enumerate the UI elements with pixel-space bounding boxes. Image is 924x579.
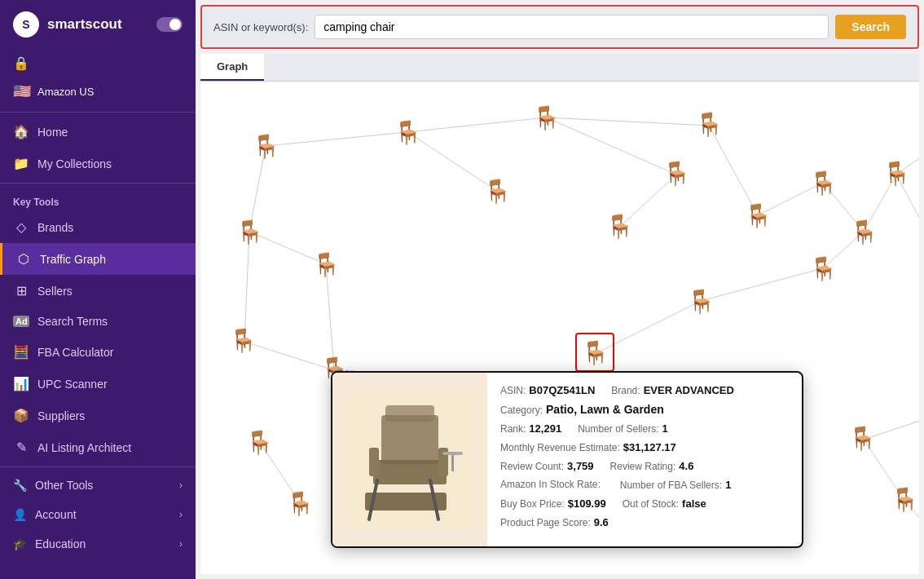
brand-label: Brand:	[611, 385, 640, 396]
suppliers-label: Suppliers	[37, 409, 85, 422]
product-node[interactable]: 🪑	[885, 480, 919, 519]
product-node[interactable]: 🪑	[240, 422, 279, 462]
product-node[interactable]: 🪑	[230, 212, 269, 251]
revenue-label: Monthly Revenue Estimate:	[500, 442, 620, 453]
out-of-stock-value: false	[682, 497, 706, 510]
sidebar-item-other-tools[interactable]: 🔧 Other Tools ›	[0, 471, 196, 500]
theme-toggle[interactable]	[156, 17, 183, 32]
product-node[interactable]: 🪑	[689, 104, 728, 144]
product-node[interactable]: 🪑	[844, 212, 883, 251]
search-input[interactable]	[315, 15, 829, 39]
amazon-region-label: Amazon US	[37, 86, 94, 98]
key-tools-section: Key Tools	[0, 187, 196, 211]
sidebar-item-search-terms[interactable]: Ad Search Terms	[0, 307, 196, 336]
product-node[interactable]: 🪑	[477, 171, 517, 210]
account-label: Account	[35, 508, 77, 521]
product-node[interactable]: 🪑	[223, 320, 262, 360]
brands-icon: ◇	[13, 219, 29, 235]
revenue-value: $31,127.17	[623, 441, 676, 453]
svg-rect-26	[381, 415, 438, 464]
product-node[interactable]: 🪑	[388, 113, 427, 152]
ai-listing-icon: ✎	[13, 440, 29, 455]
suppliers-icon: 📦	[13, 408, 29, 423]
sidebar-item-collections[interactable]: 📁 My Collections	[0, 148, 196, 179]
sidebar-item-brands[interactable]: ◇ Brands	[0, 211, 196, 243]
app-name: smartscout	[47, 16, 122, 33]
svg-line-0	[266, 132, 407, 146]
review-count-label: Review Count:	[500, 461, 564, 472]
home-icon: 🏠	[13, 124, 29, 139]
education-label: Education	[35, 537, 86, 550]
ai-listing-label: AI Listing Architect	[37, 441, 131, 454]
sidebar-item-fba[interactable]: 🧮 FBA Calculator	[0, 336, 196, 368]
card-field-review-rating: Review Rating: 4.6	[610, 460, 694, 472]
svg-rect-34	[442, 452, 463, 455]
card-row-page-score: Product Page Score: 9.6	[500, 516, 789, 528]
fba-sellers-value: 1	[725, 479, 731, 491]
product-node[interactable]: 🪑	[916, 514, 919, 553]
account-icon: 👤	[13, 508, 27, 521]
sidebar-item-traffic-graph[interactable]: ⬡ Traffic Graph	[0, 243, 196, 275]
fba-icon: 🧮	[13, 344, 29, 360]
product-node[interactable]: 🪑	[803, 249, 843, 288]
card-field-page-score: Product Page Score: 9.6	[500, 516, 609, 528]
product-node[interactable]: 🪑	[803, 163, 843, 202]
product-node[interactable]: 🪑	[246, 126, 285, 166]
card-row-price: Buy Box Price: $109.99 Out of Stock: fal…	[500, 497, 789, 510]
card-field-review-count: Review Count: 3,759	[500, 460, 594, 472]
product-node[interactable]: 🪑	[917, 394, 919, 433]
card-field-buy-box: Buy Box Price: $109.99	[500, 497, 606, 510]
product-node[interactable]: 🪑	[575, 333, 614, 372]
upc-label: UPC Scanner	[37, 378, 108, 391]
sidebar-item-home[interactable]: 🏠 Home	[0, 116, 196, 148]
fba-label: FBA Calculator	[37, 346, 113, 359]
svg-line-2	[407, 117, 546, 132]
search-terms-label: Search Terms	[37, 315, 108, 328]
card-row-revenue: Monthly Revenue Estimate: $31,127.17	[500, 441, 789, 453]
brands-label: Brands	[37, 221, 73, 234]
lock-icon: 🔒	[13, 55, 29, 71]
sellers-icon: ⊞	[13, 283, 29, 298]
product-node[interactable]: 🪑	[526, 98, 565, 137]
product-node[interactable]: 🪑	[843, 418, 882, 457]
product-node[interactable]: 🪑	[681, 281, 720, 320]
sidebar-item-education[interactable]: 🎓 Education ›	[0, 529, 196, 559]
card-field-asin: ASIN: B07QZ541LN	[500, 384, 595, 396]
card-field-brand: Brand: EVER ADVANCED	[611, 384, 734, 396]
sidebar-item-upc[interactable]: 📊 UPC Scanner	[0, 368, 196, 400]
buy-box-label: Buy Box Price:	[500, 498, 565, 510]
traffic-graph-icon: ⬡	[15, 251, 32, 267]
svg-rect-27	[373, 460, 447, 484]
product-node[interactable]: 🪑	[657, 153, 696, 192]
sidebar-item-sellers[interactable]: ⊞ Sellers	[0, 275, 196, 307]
search-bar: ASIN or keyword(s): Search	[200, 5, 919, 49]
card-row-reviews: Review Count: 3,759 Review Rating: 4.6	[500, 460, 789, 472]
card-row-rank: Rank: 12,291 Number of Sellers: 1	[500, 422, 789, 435]
other-tools-icon: 🔧	[13, 479, 27, 492]
logo-icon: S	[13, 11, 39, 38]
svg-rect-31	[369, 448, 379, 476]
sidebar-item-suppliers[interactable]: 📦 Suppliers	[0, 400, 196, 431]
product-node[interactable]: 🪑	[909, 216, 919, 255]
product-node[interactable]: 🪑	[877, 153, 916, 192]
product-node[interactable]: 🪑	[917, 126, 919, 166]
tab-graph[interactable]: Graph	[200, 54, 264, 81]
sidebar-item-ai-listing[interactable]: ✎ AI Listing Architect	[0, 431, 196, 463]
svg-line-4	[546, 117, 709, 126]
search-button[interactable]: Search	[835, 15, 906, 39]
other-tools-label: Other Tools	[35, 479, 93, 492]
graph-canvas[interactable]: 🪑 🪑 🪑 🪑 🪑 🪑 🪑 🪑 🪑 🪑 🪑 🪑 🪑 🪑 🪑 🪑 🪑 🪑 🪑 🪑 …	[200, 82, 919, 572]
product-node[interactable]: 🪑	[600, 206, 639, 245]
card-field-out-of-stock: Out of Stock: false	[623, 497, 706, 510]
account-arrow: ›	[179, 509, 183, 520]
card-field-in-stock: Amazon In Stock Rate:	[500, 479, 604, 491]
card-row-stock: Amazon In Stock Rate: Number of FBA Sell…	[500, 479, 789, 491]
sidebar-item-account[interactable]: 👤 Account ›	[0, 500, 196, 529]
product-node[interactable]: 🪑	[280, 484, 319, 523]
product-node[interactable]: 🪑	[306, 245, 345, 284]
lock-area: 🔒	[0, 49, 196, 77]
collections-label: My Collections	[37, 157, 112, 170]
amazon-region[interactable]: 🇺🇸 Amazon US	[0, 77, 196, 108]
product-node[interactable]: 🪑	[738, 196, 777, 235]
card-field-fba-sellers: Number of FBA Sellers: 1	[620, 479, 732, 491]
